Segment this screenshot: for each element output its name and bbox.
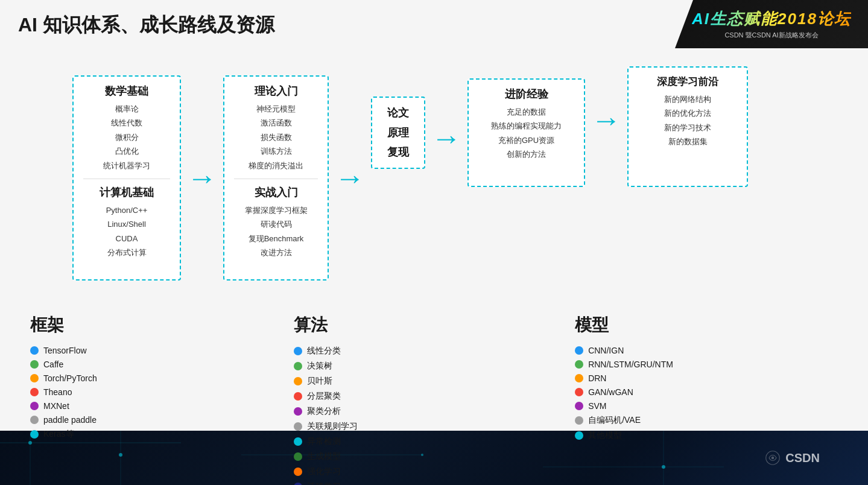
theory-items: 神经元模型 激活函数 损失函数 训练方法 梯度的消失溢出 [234,102,318,173]
list-item: MXNet [30,401,246,411]
list-item: 线性分类 [294,346,527,357]
item-label: 关联规则学习 [307,421,358,432]
deep-items: 新的网络结构 新的优化方法 新的学习技术 新的数据集 [638,92,737,149]
list-item: 概率论 [83,102,170,116]
legend-area: 框架 TensorFlow Caffe Torch/PyTorch [12,314,856,485]
list-item: 创新的方法 [478,147,574,161]
content-area: 数学基础 概率论 线性代数 微积分 凸优化 统计机器学习 计算机基础 Pytho… [12,48,856,413]
list-item: 熟练的编程实现能力 [478,119,574,133]
list-item: 新的优化方法 [638,106,737,120]
list-item: DRN [575,373,844,383]
csdn-watermark: CSDN [764,449,820,467]
list-item: CUDA [83,232,170,246]
box-math-cs: 数学基础 概率论 线性代数 微积分 凸优化 统计机器学习 计算机基础 Pytho… [72,75,181,281]
arrow-2: → [335,160,365,195]
dot-mxnet [30,402,39,410]
list-item: RNN/LSTM/GRU/NTM [575,360,844,369]
csdn-logo-icon [764,449,782,467]
list-item: 掌握深度学习框架 [234,203,318,217]
item-label: Keras等 [43,429,74,440]
list-item: 关联规则学习 [294,421,527,432]
box-deep: 深度学习前沿 新的网络结构 新的优化方法 新的学习技术 新的数据集 [627,66,748,187]
list-item: paddle paddle [30,415,246,425]
dot-theano [30,388,39,396]
dot-tensorflow [30,346,39,355]
list-item: Torch/PyTorch [30,373,246,383]
list-item: 微积分 [83,130,170,144]
divider [234,179,318,179]
list-item: 决策树 [294,361,527,372]
list-item: Python/C++ [83,203,170,217]
deep-title: 深度学习前沿 [638,75,737,89]
list-item: 充足的数据 [478,105,574,119]
math-items: 概率论 线性代数 微积分 凸优化 统计机器学习 [83,102,170,173]
list-item: 激活函数 [234,116,318,130]
item-label: DRN [588,373,606,383]
item-label: GAN/wGAN [588,387,633,397]
item-label: 贝叶斯 [307,376,332,387]
list-item: GAN/wGAN [575,387,844,397]
item-label: Caffe [43,360,63,369]
divider [83,179,170,179]
list-item: CNN/IGN [575,346,844,355]
list-item: 贝叶斯 [294,376,527,387]
list-item: Linux/Shell [83,217,170,231]
frameworks-title: 框架 [30,314,246,337]
algorithms-items: 线性分类 决策树 贝叶斯 分层聚类 [294,346,527,485]
list-item: SVM [575,401,844,411]
csdn-text: CSDN [785,451,820,465]
models-items: CNN/IGN RNN/LSTM/GRU/NTM DRN GAN/wGAN [575,346,844,441]
paper-line3: 复现 [387,142,409,162]
item-label: 决策树 [307,361,332,372]
item-label: 其他模型 [588,430,622,441]
box-paper: 论文 原理 复现 [371,97,425,169]
advanced-items: 充足的数据 熟练的编程实现能力 充裕的GPU资源 创新的方法 [478,105,574,162]
logo-area: AI生态赋能2018论坛 CSDN 暨CSDN AI新战略发布会 [675,0,868,48]
logo-title: AI生态赋能2018论坛 [692,8,851,30]
models-title: 模型 [575,314,844,337]
list-item: 梯度的消失溢出 [234,159,318,173]
list-item: Theano [30,387,246,397]
main-container: AI 知识体系、成长路线及资源 AI生态赋能2018论坛 CSDN 暨CSDN … [0,0,868,485]
list-item: 训练方法 [234,144,318,158]
item-label: Torch/PyTorch [43,373,97,383]
item-label: 自编码机/VAE [588,415,641,426]
item-label: paddle paddle [43,415,97,425]
item-label: Theano [43,387,72,397]
item-label: 生成模型 [307,451,341,462]
list-item: 生成模型 [294,451,527,462]
list-item: 损失函数 [234,130,318,144]
frameworks-items: TensorFlow Caffe Torch/PyTorch Theano [30,346,246,440]
list-item: 凸优化 [83,144,170,158]
list-item: 聚类分析 [294,406,527,417]
dot-torch [30,374,39,382]
paper-line1: 论文 [387,103,409,122]
item-label: 迁移学习 [307,481,341,485]
arrow-3: → [431,121,461,156]
paper-line2: 原理 [387,123,409,142]
list-item: 其他模型 [575,430,844,441]
item-label: 分层聚类 [307,391,341,402]
list-item: 新的学习技术 [638,121,737,135]
item-label: 线性分类 [307,346,341,357]
box-advanced: 进阶经验 充足的数据 熟练的编程实现能力 充裕的GPU资源 创新的方法 [467,78,585,187]
list-item: 分层聚类 [294,391,527,402]
box-theory: 理论入门 神经元模型 激活函数 损失函数 训练方法 梯度的消失溢出 实战入门 掌… [223,75,329,281]
item-label: MXNet [43,401,69,411]
item-label: 聚类分析 [307,406,341,417]
list-item: 线性代数 [83,116,170,130]
item-label: 强化学习 [307,466,341,477]
list-item: 新的网络结构 [638,92,737,106]
list-item: 分布式计算 [83,246,170,259]
list-item: 自编码机/VAE [575,415,844,426]
list-item: 充裕的GPU资源 [478,133,574,147]
legend-frameworks: 框架 TensorFlow Caffe Torch/PyTorch [12,314,258,485]
item-label: CNN/IGN [588,346,624,355]
logo-csdn: CSDN [724,31,743,39]
practice-title: 实战入门 [234,185,318,200]
list-item: 改进方法 [234,246,318,259]
theory-title: 理论入门 [234,84,318,98]
cs-title: 计算机基础 [83,185,170,200]
flow-diagram: 数学基础 概率论 线性代数 微积分 凸优化 统计机器学习 计算机基础 Pytho… [72,48,844,308]
item-label: RNN/LSTM/GRU/NTM [588,360,673,369]
